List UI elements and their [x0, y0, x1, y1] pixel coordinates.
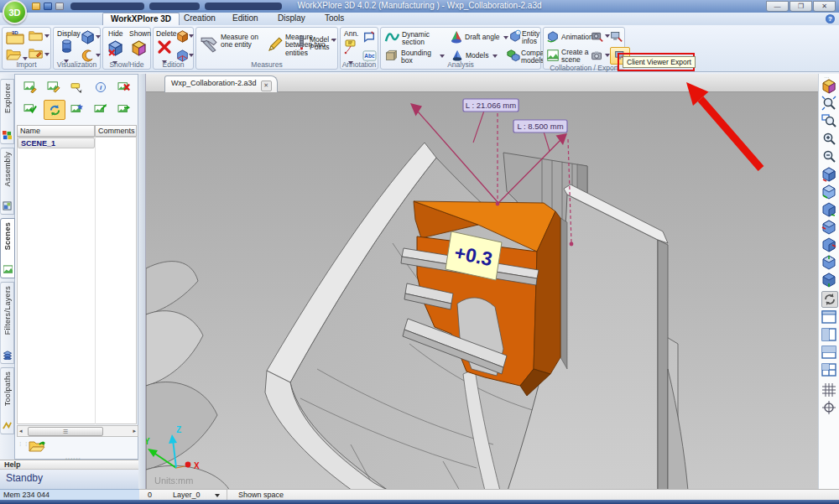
view-left-icon[interactable]	[821, 220, 836, 235]
sidebar-tab-scenes[interactable]: Scenes	[0, 218, 15, 278]
close-tab-icon[interactable]: ✕	[261, 81, 272, 91]
draft-angle-icon[interactable]	[450, 29, 463, 44]
transform-cube-icon[interactable]	[176, 30, 189, 43]
folder-edit-icon[interactable]	[29, 47, 43, 59]
dropdown-arrow-icon[interactable]	[331, 39, 336, 42]
app-logo-orb[interactable]: 3D	[3, 0, 27, 24]
delete-x-icon[interactable]	[157, 39, 172, 55]
import-scene-icon[interactable]	[91, 100, 111, 118]
update-scene-icon[interactable]	[44, 100, 65, 120]
panel-splitter-bar[interactable]	[138, 74, 146, 489]
view-front-icon[interactable]	[821, 184, 836, 200]
rotate-view-icon[interactable]	[821, 291, 838, 308]
layout-two-vertical-icon[interactable]	[821, 328, 836, 343]
layer-selector[interactable]: Layer_0	[173, 491, 201, 499]
shown-cube-icon[interactable]	[131, 40, 147, 56]
models-button[interactable]: Models	[466, 52, 491, 60]
create-scene-icon[interactable]	[546, 49, 560, 62]
view-bottom-icon[interactable]	[821, 273, 836, 288]
scroll-left-icon[interactable]: ◂	[19, 428, 23, 434]
origin-icon[interactable]	[821, 400, 836, 415]
export-scene-icon[interactable]	[114, 100, 134, 118]
draft-angle-button[interactable]: Draft angle	[465, 34, 503, 41]
dropdown-arrow-icon[interactable]	[492, 55, 498, 58]
layout-single-icon[interactable]	[821, 310, 836, 325]
dynamic-section-icon[interactable]	[384, 29, 400, 44]
model-points-icon[interactable]	[296, 34, 307, 50]
import-folder-icon[interactable]	[29, 29, 43, 41]
dropdown-arrow-icon[interactable]	[440, 55, 445, 58]
annotation-tag-icon[interactable]	[344, 39, 359, 55]
tab-workxplore3d[interactable]: WorkXPlore 3D	[102, 13, 180, 25]
dropdown-arrow-icon[interactable]	[44, 53, 50, 56]
open-scene-icon[interactable]	[29, 439, 45, 453]
open-recent-icon[interactable]	[6, 48, 22, 60]
zoom-out-icon[interactable]	[821, 148, 836, 164]
scene-list[interactable]	[17, 137, 137, 424]
view-top-icon[interactable]	[821, 255, 836, 270]
view-back-icon[interactable]	[821, 202, 836, 217]
tab-display[interactable]: Display	[270, 13, 313, 25]
pencil-measure-icon[interactable]	[267, 35, 284, 53]
column-header-comments[interactable]: Comments	[95, 125, 137, 137]
create-scene-button[interactable]: Create a scene	[561, 49, 590, 65]
export-animation-icon[interactable]	[591, 30, 603, 43]
view-mode-cube-icon[interactable]	[81, 30, 95, 44]
hide-cube-icon[interactable]	[107, 40, 123, 56]
caliper-icon[interactable]	[200, 34, 219, 54]
viewport-3d[interactable]: +0.3 L : 21.066 mm L : 8.500 mm	[146, 92, 818, 491]
render-mode-icon[interactable]	[821, 79, 836, 94]
delete-button[interactable]: Delete	[156, 30, 177, 38]
layout-two-horizontal-icon[interactable]	[821, 346, 836, 361]
export-viewer-icon[interactable]	[610, 30, 623, 43]
entity-infos-button[interactable]: Entity infos	[522, 30, 542, 46]
scene-row-name[interactable]: SCENE_1	[18, 138, 95, 148]
column-header-name[interactable]: Name	[17, 125, 95, 137]
layer-dropdown-icon[interactable]	[215, 494, 220, 497]
annotation-button[interactable]: Ann.	[344, 30, 359, 38]
tab-edition[interactable]: Edition	[225, 13, 266, 25]
dropdown-arrow-icon[interactable]	[44, 34, 50, 38]
zoom-in-icon[interactable]	[821, 131, 836, 146]
edit-scene-icon[interactable]	[44, 78, 64, 96]
dropdown-arrow-icon[interactable]	[96, 35, 101, 39]
measure-one-button[interactable]: Measure on one entity	[221, 34, 264, 49]
entity-infos-icon[interactable]: i	[508, 29, 522, 43]
sidebar-tab-filters-layers[interactable]: Filters/Layers	[0, 282, 14, 364]
zoom-fit-icon[interactable]	[821, 96, 836, 111]
maximize-button[interactable]: ❐	[789, 1, 812, 12]
sidebar-tab-assembly[interactable]: Assembly	[0, 148, 14, 215]
save-icon[interactable]	[44, 3, 52, 10]
animation-icon[interactable]	[546, 30, 560, 44]
sidebar-tab-explorer[interactable]: Explorer	[0, 79, 14, 144]
dynamic-section-button[interactable]: Dynamic section	[402, 31, 444, 47]
import-3d-file-icon[interactable]: 3D	[6, 29, 24, 44]
new-scene-icon[interactable]	[20, 78, 40, 96]
view-right-icon[interactable]	[821, 237, 836, 252]
grid-icon[interactable]	[821, 382, 836, 397]
display-button[interactable]: Display	[57, 30, 81, 38]
horizontal-scrollbar[interactable]: ◂ ☰ ▸	[17, 425, 138, 437]
document-tab[interactable]: Wxp_Collaboration-2.a3d✕	[164, 75, 278, 92]
open-file-icon[interactable]	[32, 3, 40, 10]
dropdown-arrow-icon[interactable]	[189, 54, 194, 57]
print-icon[interactable]	[55, 3, 64, 10]
delete-scene-icon[interactable]	[114, 78, 134, 96]
dimension-flag-icon[interactable]	[362, 30, 376, 44]
close-button[interactable]: ✕	[813, 1, 836, 12]
dropdown-arrow-icon[interactable]	[96, 54, 101, 57]
validate-scene-icon[interactable]	[20, 100, 40, 118]
animation-button[interactable]: Animation	[561, 34, 593, 41]
tab-tools[interactable]: Tools	[317, 13, 352, 25]
dropdown-arrow-icon[interactable]	[189, 34, 194, 38]
scroll-right-icon[interactable]: ▸	[133, 428, 136, 434]
shown-button[interactable]: Shown	[129, 30, 151, 38]
tab-creation[interactable]: Creation	[176, 13, 223, 25]
layout-quad-icon[interactable]	[821, 363, 836, 378]
add-entities-icon[interactable]	[67, 100, 87, 118]
sidebar-tab-toolpaths[interactable]: Toolpaths	[0, 367, 14, 434]
scene-row-comments[interactable]	[96, 138, 136, 148]
help-icon[interactable]: ?	[826, 14, 835, 23]
scene-info-icon[interactable]: i	[91, 78, 111, 96]
scrollbar-thumb[interactable]: ☰	[28, 427, 103, 436]
